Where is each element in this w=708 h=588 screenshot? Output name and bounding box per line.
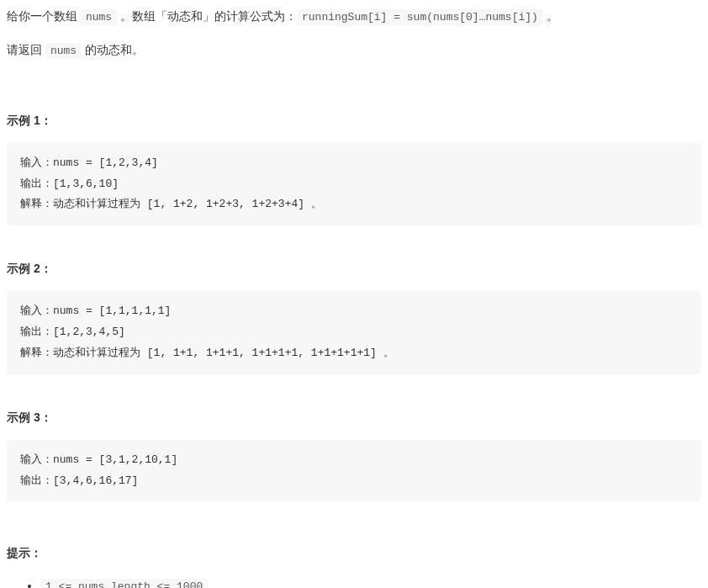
intro-code-nums: nums [81,9,117,25]
example-3-title: 示例 3： [7,408,701,426]
example-1-code: 输入：nums = [1,2,3,4] 输出：[1,3,6,10] 解释：动态和… [7,143,701,225]
hint-item: 1 <= nums.length <= 1000 [40,576,701,588]
hints-list: 1 <= nums.length <= 1000 -10^6 <= nums[i… [7,576,701,588]
example-1-title: 示例 1： [7,111,701,130]
intro-code-formula: runningSum[i] = sum(nums[0]…nums[i]) [297,9,543,25]
intro-text-prefix: 给你一个数组 [7,9,81,23]
example-2-code: 输入：nums = [1,1,1,1,1] 输出：[1,2,3,4,5] 解释：… [7,291,701,373]
hint-code: 1 <= nums.length <= 1000 [40,579,208,588]
return-prefix: 请返回 [7,43,45,56]
intro-text-suffix: 。 [543,9,558,23]
hints-title: 提示： [7,543,701,562]
return-line: 请返回 nums 的动态和。 [7,40,701,61]
intro-text-mid: 。数组「动态和」的计算公式为： [117,9,297,23]
example-3-code: 输入：nums = [3,1,2,10,1] 输出：[3,4,6,16,17] [7,440,701,501]
return-suffix: 的动态和。 [82,43,144,56]
return-code-nums: nums [45,43,82,59]
example-2-title: 示例 2： [7,259,701,278]
problem-intro: 给你一个数组 nums 。数组「动态和」的计算公式为：runningSum[i]… [7,7,701,27]
